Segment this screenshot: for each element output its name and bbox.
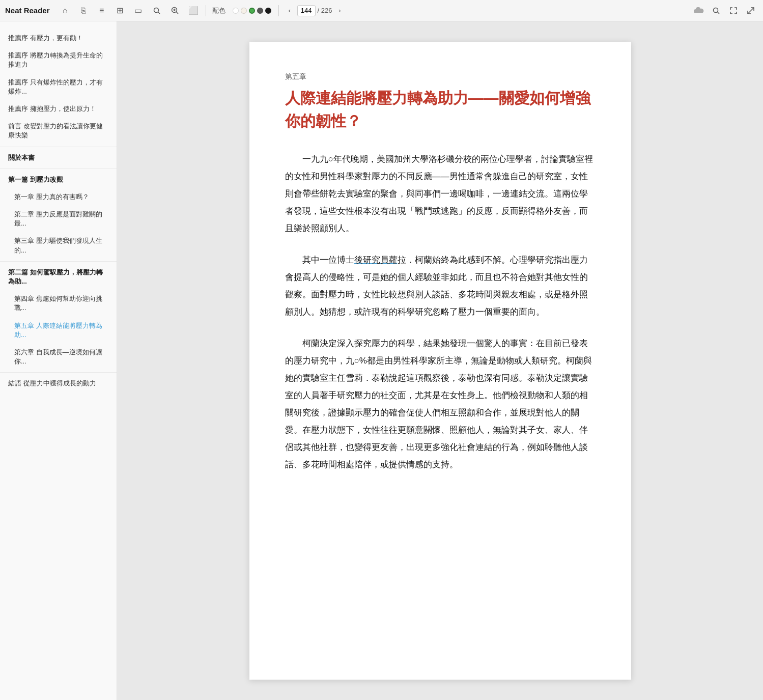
expand-icon[interactable]	[744, 4, 758, 18]
toolbar-right-actions	[692, 4, 758, 18]
sidebar-divider-1	[0, 147, 117, 147]
search-icon-1[interactable]	[150, 4, 164, 18]
main-layout: 推薦序 有壓力，更有勸！ 推薦序 將壓力轉換為提升生命的推進力 推薦序 只有爆炸…	[0, 21, 763, 700]
page-navigation: ‹ / 226 ›	[284, 5, 346, 16]
bookmark-icon[interactable]: ⬜	[186, 4, 201, 18]
color-dot-dark2[interactable]	[265, 8, 271, 14]
menu-icon[interactable]: ≡	[95, 4, 109, 18]
fullscreen-icon[interactable]	[726, 4, 741, 18]
color-dot-cream[interactable]	[241, 8, 247, 14]
sidebar-divider-3	[0, 261, 117, 262]
svg-point-0	[154, 8, 158, 12]
sidebar-divider-4	[0, 372, 117, 373]
sidebar-item-ch6[interactable]: 第六章 自我成長—逆境如何讓你...	[0, 344, 117, 370]
page-total-label: / 226	[318, 7, 332, 14]
color-dot-green[interactable]	[249, 8, 255, 14]
sidebar-item-ch5[interactable]: 第五章 人際連結能將壓力轉為助...	[0, 317, 117, 344]
color-selector[interactable]	[233, 8, 271, 14]
search-icon-2[interactable]	[168, 4, 182, 18]
svg-line-3	[176, 12, 178, 14]
paragraph-2: 其中一位博士後研究員蘿拉．柯蘭始終為此感到不解。心理學研究指出壓力會提高人的侵略…	[285, 251, 596, 321]
toolbar: Neat Reader ⌂ ⎘ ≡ ⊞ ▭ ⬜ 配色 ‹ / 226 ›	[0, 0, 763, 21]
content-area[interactable]: 第五章 人際連結能將壓力轉為助力——關愛如何增強你的韌性？ 一九九○年代晚期，美…	[117, 21, 763, 700]
grid-icon[interactable]: ⊞	[113, 4, 127, 18]
color-dot-dark1[interactable]	[257, 8, 263, 14]
paragraph-1: 一九九○年代晚期，美國加州大學洛杉磯分校的兩位心理學者，討論實驗室裡的女性和男性…	[285, 151, 596, 237]
sidebar-item-rec1[interactable]: 推薦序 有壓力，更有勸！	[0, 30, 117, 47]
page-number-input[interactable]	[297, 5, 316, 16]
sidebar-item-ch3[interactable]: 第三章 壓力驅使我們發現人生的...	[0, 232, 117, 259]
search-right-icon[interactable]	[709, 4, 723, 18]
chapter-label: 第五章	[285, 72, 596, 81]
color-label: 配色	[212, 6, 225, 15]
cloud-icon[interactable]	[692, 4, 706, 18]
sidebar: 推薦序 有壓力，更有勸！ 推薦序 將壓力轉換為提升生命的推進力 推薦序 只有爆炸…	[0, 21, 117, 700]
sidebar-divider-2	[0, 169, 117, 169]
app-brand: Neat Reader	[5, 6, 50, 15]
paragraph-3: 柯蘭決定深入探究壓力的科學，結果她發現一個驚人的事實：在目前已發表的壓力研究中，…	[285, 335, 596, 473]
next-page-button[interactable]: ›	[334, 5, 345, 16]
sidebar-item-ch2[interactable]: 第二章 壓力反應是面對難關的最...	[0, 206, 117, 232]
prev-page-button[interactable]: ‹	[284, 5, 295, 16]
toolbar-separator	[206, 5, 206, 16]
sidebar-item-conclusion[interactable]: 結語 從壓力中獲得成長的動力	[0, 375, 117, 392]
svg-line-1	[158, 12, 160, 14]
sidebar-item-rec3[interactable]: 推薦序 只有爆炸性的壓力，才有爆炸...	[0, 74, 117, 100]
app-title: Neat Reader	[5, 6, 50, 15]
sidebar-item-ch1[interactable]: 第一章 壓力真的有害嗎？	[0, 188, 117, 206]
sidebar-item-rec4[interactable]: 推薦序 擁抱壓力，使出原力！	[0, 100, 117, 118]
color-dot-white[interactable]	[233, 8, 239, 14]
book-page: 第五章 人際連結能將壓力轉為助力——關愛如何增強你的韌性？ 一九九○年代晚期，美…	[249, 42, 631, 680]
page-icon[interactable]: ▭	[131, 4, 146, 18]
svg-line-8	[748, 8, 754, 14]
sidebar-item-part2[interactable]: 第二篇 如何駕馭壓力，將壓力轉為助...	[0, 264, 117, 290]
sidebar-item-about[interactable]: 關於本書	[0, 149, 117, 166]
chapter-title: 人際連結能將壓力轉為助力——關愛如何增強你的韌性？	[285, 87, 596, 132]
highlight-text: 後研究員蘿	[354, 255, 398, 265]
svg-point-6	[714, 8, 718, 12]
sidebar-item-part1[interactable]: 第一篇 到壓力改觀	[0, 171, 117, 188]
sidebar-item-rec2[interactable]: 推薦序 將壓力轉換為提升生命的推進力	[0, 47, 117, 73]
sidebar-item-foreword[interactable]: 前言 改變對壓力的看法讓你更健康快樂	[0, 118, 117, 144]
toolbar-separator-2	[278, 5, 279, 16]
sidebar-item-ch4[interactable]: 第四章 焦慮如何幫助你迎向挑戰...	[0, 290, 117, 317]
svg-line-7	[718, 12, 720, 14]
save-icon[interactable]: ⎘	[76, 4, 91, 18]
home-icon[interactable]: ⌂	[58, 4, 72, 18]
